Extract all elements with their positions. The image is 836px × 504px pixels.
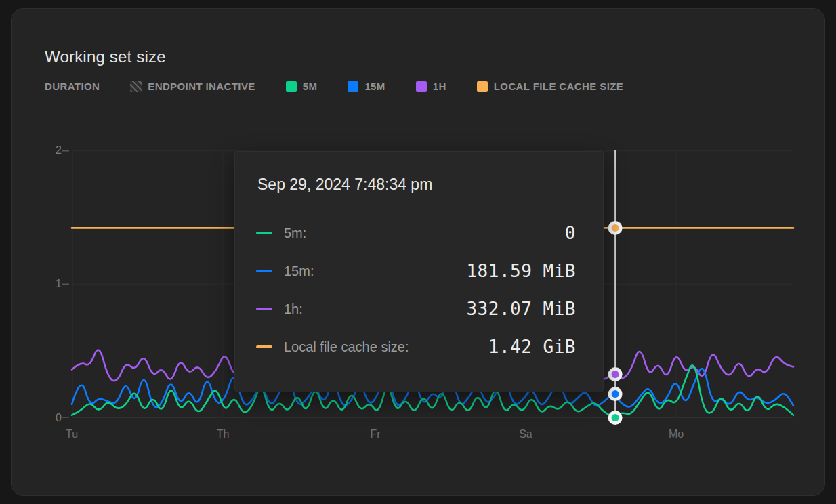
working-set-size-card: Working set size DURATION ENDPOINT INACT… xyxy=(11,8,825,496)
tooltip-row-label: 15m: xyxy=(284,264,314,279)
x-axis-label: Mo xyxy=(669,428,684,440)
y-axis-label: 2 xyxy=(32,143,62,158)
series-color-dash xyxy=(256,308,272,310)
tooltip-row-1h: 1h:332.07 MiB xyxy=(256,299,576,319)
series-color-dash xyxy=(256,232,272,234)
tooltip-row-value: 0 xyxy=(565,223,576,243)
x-axis-label: Tu xyxy=(66,428,78,440)
x-axis-label: Fr xyxy=(370,428,380,440)
y-axis-label: 0 xyxy=(32,411,62,425)
tooltip-row-15m: 15m:181.59 MiB xyxy=(256,261,576,281)
tooltip-row-value: 332.07 MiB xyxy=(466,299,576,319)
crosshair-dot-15m xyxy=(612,390,619,398)
tooltip-row-label: 5m: xyxy=(284,226,306,241)
series-color-dash xyxy=(256,270,272,272)
page-background: { "card": { "title": "Working set size" … xyxy=(0,0,836,504)
chart-area: 210 TuThFrSaMo Sep 29, 2024 7:48:34 pm 5… xyxy=(12,9,824,495)
chart-tooltip: Sep 29, 2024 7:48:34 pm 5m:015m:181.59 M… xyxy=(234,151,604,392)
crosshair-dot-1h xyxy=(612,371,619,378)
crosshair-dot-local_file_cache_size xyxy=(612,224,619,232)
series-color-dash xyxy=(256,345,272,348)
tooltip-row-5m: 5m:0 xyxy=(256,223,576,243)
x-axis-label: Sa xyxy=(519,428,532,440)
tooltip-row-value: 1.42 GiB xyxy=(488,337,576,357)
x-axis-label: Th xyxy=(217,428,230,440)
tooltip-row-local-file-cache-size: Local file cache size:1.42 GiB xyxy=(256,337,576,357)
crosshair-dot-5m xyxy=(612,414,619,421)
tooltip-rows: 5m:015m:181.59 MiB1h:332.07 MiBLocal fil… xyxy=(256,223,576,357)
tooltip-timestamp: Sep 29, 2024 7:48:34 pm xyxy=(257,174,576,194)
tooltip-row-value: 181.59 MiB xyxy=(466,261,576,281)
tooltip-row-label: Local file cache size: xyxy=(284,339,409,355)
tooltip-row-label: 1h: xyxy=(284,301,303,317)
y-axis-label: 1 xyxy=(32,276,62,291)
